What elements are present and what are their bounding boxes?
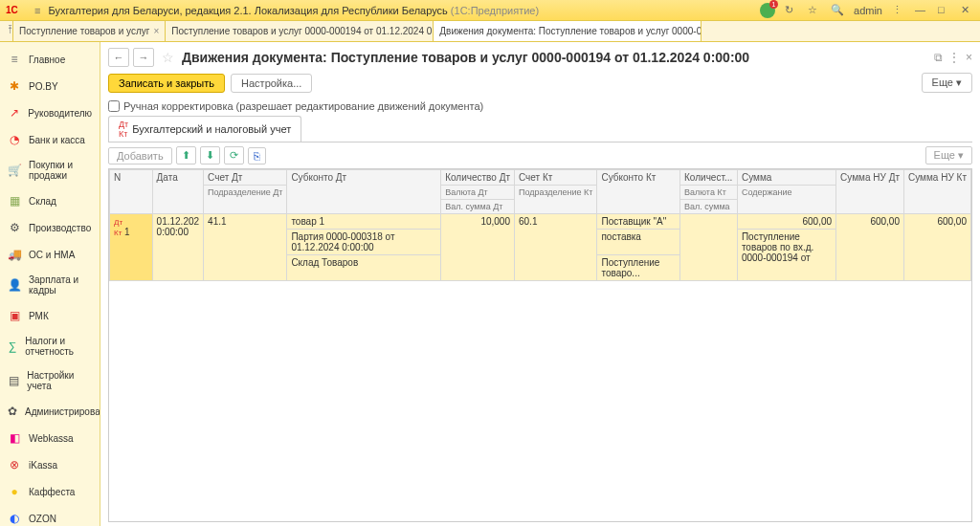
sidebar-item-5[interactable]: ▦Склад xyxy=(0,187,100,214)
col-kt[interactable]: Счет Кт xyxy=(515,170,597,186)
sidebar-icon: ▤ xyxy=(8,374,19,387)
manual-edit-input[interactable] xyxy=(108,100,120,112)
sidebar-item-14[interactable]: ⊗iKassa xyxy=(0,451,100,478)
sidebar-icon: ◐ xyxy=(8,512,21,525)
notifications-icon[interactable] xyxy=(760,3,775,18)
close-icon[interactable]: ✕ xyxy=(961,4,974,17)
tab-2[interactable]: Движения документа: Поступление товаров … xyxy=(434,21,702,41)
sidebar-label: OZON xyxy=(29,514,56,524)
sidebar-icon: ◔ xyxy=(8,133,21,146)
tab-1[interactable]: Поступление товаров и услуг 0000-000194 … xyxy=(166,21,434,41)
col-nu-dt[interactable]: Сумма НУ Дт xyxy=(836,170,904,214)
sidebar-item-13[interactable]: ◧Webkassa xyxy=(0,425,100,451)
col-dt[interactable]: Счет Дт xyxy=(204,170,287,186)
subtabs: ДтКт Бухгалтерский и налоговый учет xyxy=(108,116,972,142)
window-tabs: ⭱ Поступление товаров и услуг× Поступлен… xyxy=(0,21,980,42)
sidebar-item-16[interactable]: ◐OZON xyxy=(0,505,100,526)
sidebar-item-3[interactable]: ◔Банк и касса xyxy=(0,126,100,153)
sidebar-label: Настройки учета xyxy=(27,370,92,391)
sidebar-item-2[interactable]: ↗Руководителю xyxy=(0,99,100,126)
table-row[interactable]: ДтКт 1 01.12.202 0:00:00 41.1 товар 1 10… xyxy=(110,214,971,230)
sidebar-icon: ⊗ xyxy=(8,458,21,471)
sidebar-item-0[interactable]: ≡Главное xyxy=(0,46,100,73)
sidebar-label: Webkassa xyxy=(29,433,74,444)
sidebar-item-11[interactable]: ▤Настройки учета xyxy=(0,363,100,398)
move-up-button[interactable]: ⬆ xyxy=(176,146,196,164)
sidebar-icon: ↗ xyxy=(8,106,20,120)
sidebar-item-9[interactable]: ▣РМК xyxy=(0,302,100,329)
sidebar-icon: 🛒 xyxy=(8,164,21,177)
manual-edit-checkbox[interactable]: Ручная корректировка (разрешает редактир… xyxy=(108,99,972,116)
sidebar-label: iKassa xyxy=(29,460,57,471)
content: ← → ☆ Движения документа: Поступление то… xyxy=(100,42,980,526)
document-title: Движения документа: Поступление товаров … xyxy=(182,50,749,65)
sidebar-icon: ▦ xyxy=(8,194,21,208)
sidebar-label: Налоги и отчетность xyxy=(25,336,92,357)
close-panel-icon[interactable]: × xyxy=(966,51,972,64)
col-subk-dt[interactable]: Субконто Дт xyxy=(287,170,441,214)
refresh-button[interactable]: ⟳ xyxy=(224,146,244,164)
star-icon[interactable]: ☆ xyxy=(162,50,174,65)
col-qty-dt[interactable]: Количество Дт xyxy=(441,170,515,186)
add-button[interactable]: Добавить xyxy=(108,147,172,164)
sidebar-item-15[interactable]: ●Каффеста xyxy=(0,478,100,505)
maximize-icon[interactable]: □ xyxy=(938,4,951,17)
sidebar-item-7[interactable]: 🚚ОС и НМА xyxy=(0,241,100,268)
col-n[interactable]: N xyxy=(110,170,153,214)
history-icon[interactable]: ↻ xyxy=(785,4,798,17)
sidebar-icon: ∑ xyxy=(8,340,17,353)
home-tab-icon[interactable]: ⭱ xyxy=(0,21,13,41)
detach-icon[interactable]: ⧉ xyxy=(934,51,943,64)
col-qty-kt[interactable]: Количест... xyxy=(680,170,738,186)
movements-grid[interactable]: N Дата Счет Дт Субконто Дт Количество Дт… xyxy=(108,168,972,522)
sidebar-item-8[interactable]: 👤Зарплата и кадры xyxy=(0,268,100,302)
more-button[interactable]: Еще ▾ xyxy=(922,73,972,93)
titlebar: ≡ Бухгалтерия для Беларуси, редакция 2.1… xyxy=(0,0,980,21)
kebab-icon[interactable]: ⋮ xyxy=(948,51,960,64)
sidebar-label: PO.BY xyxy=(29,81,58,92)
settings-icon[interactable]: ⋮ xyxy=(892,4,905,17)
col-nu-kt[interactable]: Сумма НУ Кт xyxy=(904,170,971,214)
search-icon[interactable]: 🔍 xyxy=(831,4,844,17)
sidebar-item-6[interactable]: ⚙Производство xyxy=(0,214,100,241)
app-logo xyxy=(6,4,21,17)
close-tab-icon[interactable]: × xyxy=(153,26,159,36)
table-toolbar: Добавить ⬆ ⬇ ⟳ ⎘ Еще ▾ xyxy=(108,142,972,168)
favorite-icon[interactable]: ☆ xyxy=(808,4,821,17)
tab-0[interactable]: Поступление товаров и услуг× xyxy=(13,21,166,41)
sidebar-label: Каффеста xyxy=(29,487,75,497)
sidebar-item-10[interactable]: ∑Налоги и отчетность xyxy=(0,329,100,363)
sidebar-icon: 👤 xyxy=(8,278,21,292)
sidebar-icon: ≡ xyxy=(8,53,21,66)
col-sum[interactable]: Сумма xyxy=(737,170,835,186)
col-subk-kt[interactable]: Субконто Кт xyxy=(597,170,680,214)
sidebar: ≡Главное✱PO.BY↗Руководителю◔Банк и касса… xyxy=(0,42,100,526)
sidebar-icon: 🚚 xyxy=(8,248,21,261)
sidebar-item-1[interactable]: ✱PO.BY xyxy=(0,73,100,99)
sidebar-icon: ◧ xyxy=(8,431,21,445)
minimize-icon[interactable]: — xyxy=(915,4,928,17)
settings-button[interactable]: Настройка... xyxy=(231,74,312,93)
sidebar-item-12[interactable]: ✿Администрирование xyxy=(0,398,100,425)
col-date[interactable]: Дата xyxy=(152,170,204,214)
user-label[interactable]: admin xyxy=(854,5,882,16)
sidebar-label: Банк и касса xyxy=(29,135,85,145)
more-table-button[interactable]: Еще ▾ xyxy=(925,146,972,164)
sidebar-label: Склад xyxy=(29,196,56,207)
subtab-accounting[interactable]: ДтКт Бухгалтерский и налоговый учет xyxy=(108,116,301,142)
sidebar-label: РМК xyxy=(29,311,49,321)
sidebar-icon: ⚙ xyxy=(8,221,21,234)
sidebar-label: Главное xyxy=(29,55,65,65)
sidebar-label: Зарплата и кадры xyxy=(29,274,92,296)
burger-icon[interactable]: ≡ xyxy=(34,5,40,16)
sidebar-icon: ✿ xyxy=(8,405,17,418)
sidebar-icon: ✱ xyxy=(8,79,21,93)
nav-back-button[interactable]: ← xyxy=(108,48,129,67)
sidebar-item-4[interactable]: 🛒Покупки и продажи xyxy=(0,153,100,187)
save-close-button[interactable]: Записать и закрыть xyxy=(108,74,225,93)
nav-forward-button[interactable]: → xyxy=(133,48,154,67)
export-button[interactable]: ⎘ xyxy=(248,147,266,164)
move-down-button[interactable]: ⬇ xyxy=(200,146,220,164)
sidebar-icon: ● xyxy=(8,485,21,498)
sidebar-label: Администрирование xyxy=(25,406,100,417)
